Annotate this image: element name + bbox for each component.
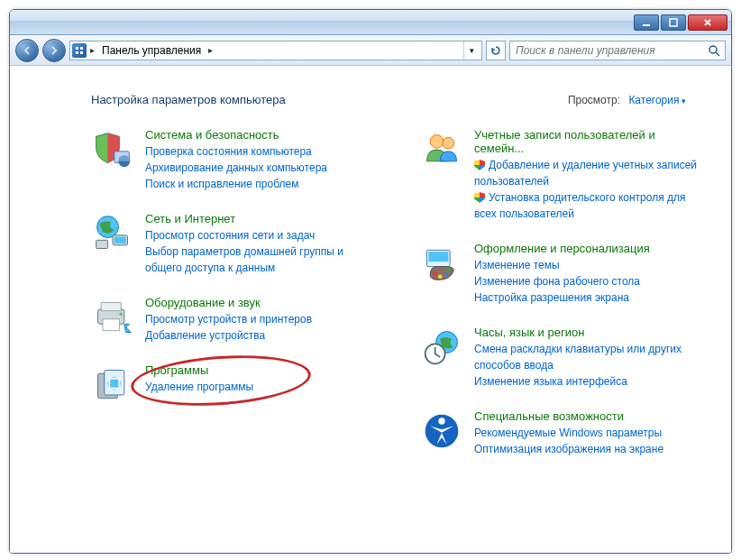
close-button[interactable] [688, 14, 727, 31]
category-link[interactable]: Установка родительского контроля для все… [474, 189, 704, 222]
svg-point-28 [446, 268, 451, 272]
view-selector: Просмотр: Категория [568, 94, 686, 106]
svg-point-26 [438, 274, 443, 279]
category-programs: Программы Удаление программы [91, 363, 375, 407]
category-link[interactable]: Добавление и удаление учетных записей по… [474, 157, 704, 189]
category-network-internet: Сеть и Интернет Просмотр состояния сети … [91, 212, 375, 276]
chevron-right-icon: ▸ [90, 45, 95, 55]
address-dropdown[interactable]: ▾ [463, 41, 480, 60]
globe-network-icon [91, 212, 134, 255]
category-link[interactable]: Изменение языка интерфейса [474, 373, 704, 390]
titlebar [10, 10, 731, 35]
category-user-accounts: Учетные записи пользователей и семейн...… [420, 128, 704, 222]
left-column: Система и безопасность Проверка состояни… [91, 128, 375, 477]
category-title[interactable]: Специальные возможности [474, 409, 663, 423]
svg-rect-15 [103, 319, 119, 331]
svg-rect-2 [76, 47, 78, 50]
address-bar[interactable]: ▸ Панель управления ▸ ▾ [69, 41, 482, 60]
svg-rect-4 [76, 51, 78, 54]
category-link[interactable]: Просмотр состояния сети и задач [145, 227, 375, 243]
svg-point-22 [443, 137, 454, 149]
svg-rect-0 [643, 24, 650, 26]
svg-rect-12 [96, 240, 108, 248]
svg-rect-5 [80, 51, 83, 54]
window-frame: ▸ Панель управления ▸ ▾ Настройка параме… [9, 9, 732, 554]
right-column: Учетные записи пользователей и семейн...… [420, 128, 704, 477]
category-link[interactable]: Изменение темы [474, 257, 650, 273]
category-title[interactable]: Часы, язык и регион [474, 326, 704, 339]
svg-point-21 [430, 135, 444, 149]
view-label: Просмотр: [568, 94, 620, 106]
svg-rect-24 [428, 252, 448, 262]
category-title[interactable]: Сеть и Интернет [145, 212, 375, 225]
svg-point-25 [433, 271, 437, 276]
page-header: Настройка параметров компьютера Просмотр… [91, 93, 704, 106]
category-link[interactable]: Настройка разрешения экрана [474, 289, 650, 306]
shield-pc-icon [91, 128, 134, 171]
breadcrumb-segment[interactable]: Панель управления [98, 44, 205, 57]
svg-point-27 [444, 273, 449, 278]
svg-rect-3 [80, 47, 83, 50]
search-icon [707, 43, 721, 58]
navigation-bar: ▸ Панель управления ▸ ▾ [10, 35, 731, 66]
printer-icon [91, 296, 134, 339]
category-link[interactable]: Оптимизация изображения на экране [474, 441, 663, 457]
svg-rect-1 [670, 19, 677, 26]
content-area: Настройка параметров компьютера Просмотр… [10, 66, 731, 553]
users-icon [420, 128, 463, 171]
minimize-button[interactable] [634, 14, 659, 31]
svg-point-16 [119, 313, 123, 317]
maximize-button[interactable] [661, 14, 686, 31]
category-ease-of-access: Специальные возможности Рекомендуемые Wi… [420, 409, 704, 457]
category-link[interactable]: Смена раскладки клавиатуры или других сп… [474, 341, 704, 373]
category-title[interactable]: Система и безопасность [145, 128, 327, 142]
category-title[interactable]: Программы [145, 363, 253, 377]
category-link[interactable]: Проверка состояния компьютера [145, 143, 327, 160]
category-appearance: Оформление и персонализация Изменение те… [420, 242, 704, 306]
category-clock-language-region: Часы, язык и регион Смена раскладки клав… [420, 326, 704, 390]
chevron-right-icon: ▸ [208, 45, 213, 55]
refresh-button[interactable] [486, 41, 506, 60]
control-panel-icon [72, 43, 87, 58]
back-button[interactable] [15, 39, 39, 62]
view-dropdown[interactable]: Категория [628, 94, 686, 106]
category-title[interactable]: Оформление и персонализация [474, 242, 650, 255]
svg-rect-14 [101, 303, 121, 311]
category-title[interactable]: Оборудование и звук [145, 296, 312, 309]
category-link[interactable]: Выбор параметров домашней группы и общег… [145, 243, 375, 276]
page-title: Настройка параметров компьютера [91, 93, 286, 106]
search-box[interactable] [509, 41, 726, 60]
svg-point-6 [709, 46, 717, 53]
category-link[interactable]: Изменение фона рабочего стола [474, 273, 650, 289]
category-link[interactable]: Добавление устройства [145, 327, 312, 344]
category-columns: Система и безопасность Проверка состояни… [91, 128, 704, 477]
category-link[interactable]: Поиск и исправление проблем [145, 176, 327, 192]
clock-globe-icon [420, 326, 463, 369]
program-box-icon [91, 363, 134, 407]
category-link[interactable]: Рекомендуемые Windows параметры [474, 425, 663, 441]
category-link[interactable]: Просмотр устройств и принтеров [145, 311, 312, 327]
search-input[interactable] [514, 43, 707, 58]
category-link[interactable]: Удаление программы [145, 379, 253, 395]
palette-icon [420, 242, 463, 285]
svg-rect-11 [114, 237, 126, 243]
category-system-security: Система и безопасность Проверка состояни… [91, 128, 375, 192]
category-hardware-sound: Оборудование и звук Просмотр устройств и… [91, 296, 375, 344]
category-link[interactable]: Архивирование данных компьютера [145, 160, 327, 176]
svg-point-32 [438, 418, 444, 424]
forward-button[interactable] [42, 39, 66, 62]
accessibility-icon [420, 409, 463, 453]
category-title[interactable]: Учетные записи пользователей и семейн... [474, 128, 704, 155]
